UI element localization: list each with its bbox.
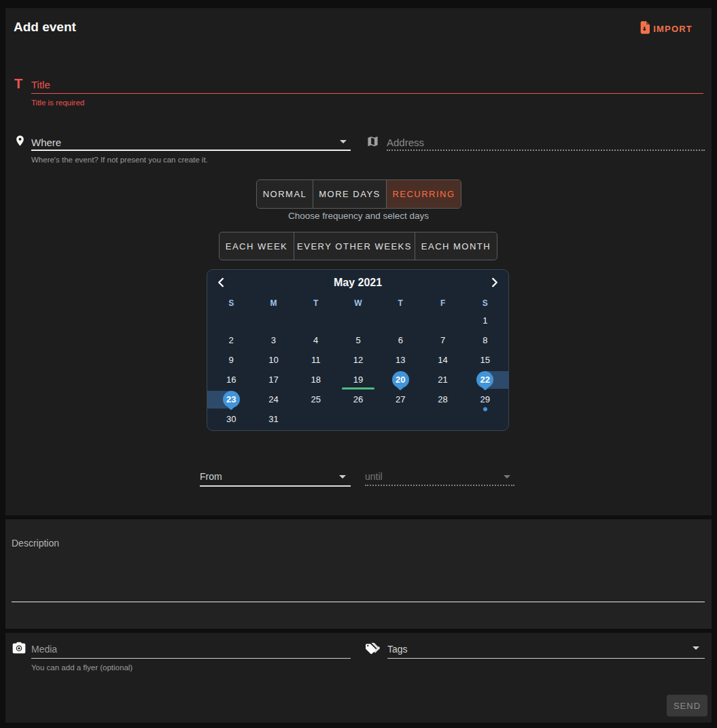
where-helper-text: Where's the event? If not present you ca…: [31, 156, 208, 164]
add-event-dialog: Add event IMPORT T Title Title is requir…: [0, 0, 717, 728]
until-underline: [365, 485, 514, 486]
calendar-day-15[interactable]: 15: [464, 350, 506, 370]
day-number: 30: [226, 414, 236, 424]
day-number: 19: [353, 375, 363, 385]
calendar-day-26[interactable]: 26: [337, 389, 379, 409]
description-card: [5, 519, 712, 629]
day-number: 25: [311, 394, 320, 404]
calendar-day-18[interactable]: 18: [295, 370, 337, 389]
calendar-day-8[interactable]: 8: [464, 330, 506, 350]
title-field-icon: T: [14, 76, 22, 92]
selected-day-marker: 20: [392, 371, 409, 388]
calendar-day-5[interactable]: 5: [337, 330, 379, 350]
tab-each-week[interactable]: EACH WEEK: [220, 232, 294, 260]
calendar-day-25[interactable]: 25: [295, 389, 337, 409]
calendar-day-7[interactable]: 7: [421, 330, 464, 350]
address-underline: [387, 150, 705, 151]
calendar-empty-cell: [379, 409, 421, 429]
where-caret-icon[interactable]: [340, 140, 347, 143]
calendar-day-23[interactable]: 23: [210, 389, 252, 409]
calendar-day-2[interactable]: 2: [210, 330, 252, 350]
calendar-day-11[interactable]: 11: [295, 350, 337, 370]
day-number: 24: [268, 394, 278, 404]
calendar-grid: SMTWTFS123456789101112131415161718192021…: [210, 296, 506, 429]
map-icon: [366, 135, 379, 151]
location-pin-icon: [14, 133, 26, 151]
day-number: 8: [483, 335, 487, 345]
tags-select[interactable]: Tags: [387, 644, 408, 655]
day-number: 7: [440, 335, 445, 345]
camera-icon: [12, 642, 26, 657]
day-number: 2: [229, 335, 234, 345]
calendar-day-9[interactable]: 9: [210, 350, 252, 370]
selected-day-marker: 23: [223, 391, 240, 408]
calendar-day-4[interactable]: 4: [295, 330, 337, 350]
import-button[interactable]: IMPORT: [640, 21, 693, 36]
title-underline: [31, 93, 703, 94]
until-caret-icon[interactable]: [504, 475, 510, 479]
calendar-day-22[interactable]: 22: [464, 370, 506, 389]
frequency-helper-text: Choose frequency and select days: [0, 211, 717, 221]
tags-icon: [365, 642, 380, 658]
from-caret-icon[interactable]: [339, 475, 346, 479]
calendar-day-24[interactable]: 24: [252, 389, 294, 409]
day-number: 1: [483, 315, 487, 326]
media-input[interactable]: Media: [31, 644, 57, 655]
calendar-weekday-header: T: [379, 296, 421, 311]
day-number: 12: [353, 355, 363, 365]
tags-underline: [387, 658, 705, 659]
tab-more-days[interactable]: MORE DAYS: [313, 180, 387, 208]
calendar-next-month-icon[interactable]: [491, 277, 499, 290]
day-number: 3: [271, 335, 276, 345]
day-number: 16: [226, 375, 236, 385]
calendar-day-16[interactable]: 16: [210, 370, 252, 389]
tags-caret-icon[interactable]: [693, 646, 699, 650]
calendar-day-29[interactable]: 29: [464, 389, 506, 409]
address-input[interactable]: Address: [387, 137, 424, 148]
calendar-empty-cell: [295, 409, 337, 429]
media-underline: [31, 658, 351, 659]
calendar-day-10[interactable]: 10: [252, 350, 294, 370]
calendar-weekday-header: S: [464, 296, 506, 311]
until-time-select[interactable]: until: [365, 471, 383, 482]
calendar-day-19[interactable]: 19: [337, 370, 379, 389]
calendar-day-3[interactable]: 3: [252, 330, 294, 350]
calendar-day-1[interactable]: 1: [464, 311, 506, 330]
calendar-day-27[interactable]: 27: [379, 389, 421, 409]
where-select[interactable]: Where: [31, 137, 61, 148]
calendar: May 2021 SMTWTFS123456789101112131415161…: [207, 269, 509, 431]
calendar-day-31[interactable]: 31: [252, 409, 294, 429]
send-button[interactable]: SEND: [667, 695, 707, 716]
import-label: IMPORT: [653, 24, 693, 34]
day-number: 10: [268, 355, 278, 365]
calendar-day-30[interactable]: 30: [210, 409, 252, 429]
day-number: 13: [396, 355, 405, 365]
calendar-day-28[interactable]: 28: [421, 389, 464, 409]
tab-each-month[interactable]: EACH MONTH: [415, 232, 497, 260]
calendar-empty-cell: [295, 311, 337, 330]
where-underline: [31, 150, 351, 151]
title-input[interactable]: Title: [31, 79, 50, 90]
calendar-empty-cell: [337, 409, 379, 429]
calendar-day-21[interactable]: 21: [421, 370, 464, 389]
tab-every-other-weeks[interactable]: EVERY OTHER WEEKS: [294, 232, 415, 260]
import-file-icon: [640, 21, 650, 36]
day-number: 4: [313, 335, 318, 345]
calendar-day-14[interactable]: 14: [421, 350, 464, 370]
description-textarea[interactable]: Description: [12, 538, 59, 549]
event-mode-tabs: NORMAL MORE DAYS RECURRING: [256, 179, 461, 209]
calendar-day-13[interactable]: 13: [379, 350, 421, 370]
from-time-select[interactable]: From: [200, 471, 222, 482]
calendar-weekday-header: F: [421, 296, 464, 311]
calendar-day-20[interactable]: 20: [379, 370, 421, 389]
calendar-weekday-header: S: [210, 296, 252, 311]
calendar-day-17[interactable]: 17: [252, 370, 294, 389]
tab-recurring[interactable]: RECURRING: [387, 180, 461, 208]
main-form-card: [5, 8, 712, 515]
calendar-day-6[interactable]: 6: [379, 330, 421, 350]
calendar-empty-cell: [252, 311, 294, 330]
calendar-day-12[interactable]: 12: [337, 350, 379, 370]
frequency-tabs: EACH WEEK EVERY OTHER WEEKS EACH MONTH: [219, 232, 497, 260]
day-number: 6: [398, 335, 403, 345]
tab-normal[interactable]: NORMAL: [257, 180, 313, 208]
